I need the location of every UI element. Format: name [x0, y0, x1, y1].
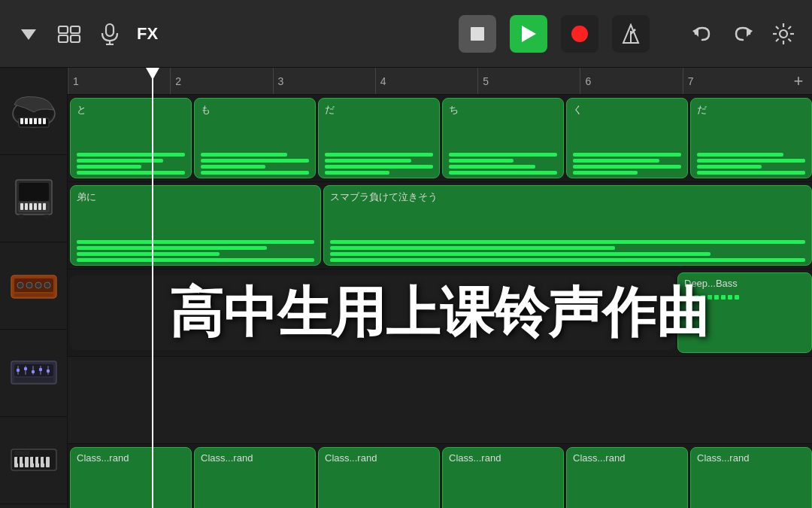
svg-rect-50	[14, 294, 53, 297]
ruler-mark-6: 6	[580, 68, 682, 94]
clip-class-3[interactable]: Class...rand	[318, 447, 440, 508]
clip-bar	[77, 252, 220, 256]
clip-to[interactable]: と	[70, 98, 192, 178]
clip-label: 弟に	[77, 190, 314, 204]
sidebar-item-upright-piano[interactable]	[0, 155, 68, 242]
fx-label[interactable]: FX	[137, 24, 158, 44]
clip-label: Class...rand	[449, 452, 557, 464]
svg-rect-30	[34, 118, 37, 124]
clip-bar	[325, 165, 433, 169]
clip-class-2[interactable]: Class...rand	[194, 447, 316, 508]
ruler-mark-3: 3	[273, 68, 375, 94]
deep-dot	[701, 295, 705, 300]
clip-bars	[325, 467, 433, 508]
ruler-markers: 1 2 3 4 5 6 7	[68, 68, 785, 94]
clip-deep-bass[interactable]: Deep...Bass	[677, 272, 812, 353]
clip-ku[interactable]: く	[566, 98, 688, 178]
deep-dot	[721, 295, 726, 300]
clip-bar	[330, 240, 805, 244]
svg-rect-1	[59, 26, 68, 33]
clip-bar	[449, 159, 514, 163]
svg-rect-67	[25, 457, 29, 467]
undo-button[interactable]	[689, 20, 716, 47]
clip-bar	[697, 165, 762, 169]
upright-piano-icon	[8, 173, 59, 224]
svg-line-20	[776, 26, 779, 29]
deep-dot	[728, 295, 732, 300]
sidebar-item-mini-synth[interactable]	[0, 417, 68, 504]
clip-label: く	[573, 103, 681, 117]
play-button[interactable]	[510, 15, 547, 53]
svg-line-22	[789, 26, 792, 29]
svg-rect-3	[59, 35, 68, 42]
svg-rect-31	[38, 118, 41, 124]
svg-marker-9	[522, 26, 536, 42]
clip-label: と	[77, 103, 185, 117]
clips-area-4	[68, 357, 812, 443]
ruler-mark-5: 5	[477, 68, 580, 94]
clip-bars	[77, 207, 314, 262]
clip-class-1[interactable]: Class...rand	[70, 447, 192, 508]
clip-bar	[325, 171, 389, 175]
svg-marker-0	[21, 29, 36, 40]
clip-class-6[interactable]: Class...rand	[690, 447, 812, 508]
clip-bar	[449, 153, 557, 157]
clip-bar	[77, 165, 141, 169]
empty-area	[70, 275, 675, 350]
clip-bar	[77, 246, 267, 250]
clip-chi[interactable]: ち	[442, 98, 564, 178]
clip-bar	[697, 159, 805, 163]
down-arrow-icon[interactable]	[15, 20, 42, 47]
settings-button[interactable]	[770, 20, 797, 47]
clip-bar	[77, 171, 185, 175]
clip-label: Class...rand	[573, 452, 681, 464]
mic-icon[interactable]	[96, 20, 123, 47]
svg-rect-5	[106, 24, 114, 36]
ruler: 1 2 3 4 5 6 7 +	[68, 68, 812, 95]
svg-rect-59	[24, 367, 27, 370]
svg-point-15	[780, 30, 787, 38]
clip-bars	[77, 120, 185, 175]
tracks-icon[interactable]	[56, 20, 83, 47]
svg-rect-36	[20, 203, 23, 210]
clip-da2[interactable]: だ	[690, 98, 812, 178]
sidebar-item-synth-1[interactable]	[0, 242, 68, 330]
clip-bar	[77, 159, 163, 163]
metronome-button[interactable]	[612, 15, 650, 53]
clip-da1[interactable]: だ	[318, 98, 440, 178]
stop-button[interactable]	[459, 15, 496, 53]
clip-ototo[interactable]: 弟に	[70, 185, 321, 266]
clip-bar	[330, 258, 805, 262]
track-row-5: Class...rand Class...rand	[68, 444, 812, 508]
svg-rect-63	[14, 378, 53, 382]
clip-bar	[330, 252, 710, 256]
svg-rect-61	[39, 368, 42, 371]
record-button[interactable]	[561, 15, 598, 53]
redo-button[interactable]	[729, 20, 756, 47]
sidebar-item-synth-2[interactable]	[0, 330, 68, 417]
clip-bars	[325, 120, 433, 175]
svg-rect-32	[43, 118, 46, 124]
sidebar-item-grand-piano[interactable]	[0, 68, 68, 155]
deep-dots	[684, 292, 805, 303]
clip-smash[interactable]: スマブラ負けて泣きそう	[323, 185, 812, 266]
clip-bars	[201, 467, 309, 508]
clip-class-4[interactable]: Class...rand	[442, 447, 564, 508]
add-track-button[interactable]: +	[785, 68, 812, 94]
svg-rect-74	[33, 457, 35, 464]
svg-rect-2	[71, 26, 80, 33]
deep-dot	[714, 295, 719, 300]
clip-bar	[201, 153, 287, 157]
svg-rect-27	[20, 118, 23, 124]
main-area: 1 2 3 4 5 6 7 + と	[0, 68, 812, 508]
clip-mo[interactable]: も	[194, 98, 316, 178]
clip-bar	[201, 159, 309, 163]
clip-bar	[201, 165, 265, 169]
clip-label: だ	[325, 103, 433, 117]
svg-marker-13	[692, 28, 698, 37]
clip-bar	[449, 165, 535, 169]
clip-label: も	[201, 103, 309, 117]
clip-bars	[697, 467, 805, 508]
clip-class-5[interactable]: Class...rand	[566, 447, 688, 508]
svg-rect-38	[29, 203, 32, 210]
